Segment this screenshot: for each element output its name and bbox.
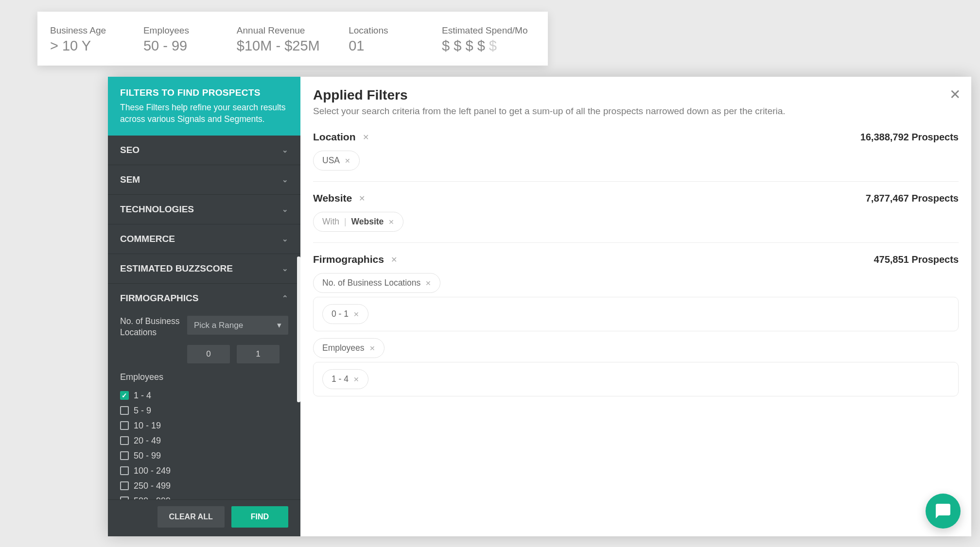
- filter-buzzscore[interactable]: ESTIMATED BUZZSCORE ⌄: [108, 254, 300, 284]
- pill-website[interactable]: With | Website ✕: [313, 212, 403, 232]
- pill-group-locations[interactable]: No. of Business Locations ✕: [313, 273, 440, 293]
- employee-option-label: 50 - 99: [134, 451, 161, 461]
- pill-text: USA: [322, 155, 340, 166]
- chevron-down-icon: ⌄: [282, 175, 288, 184]
- pill-employees-value[interactable]: 1 - 4 ✕: [322, 369, 368, 389]
- remove-pill-icon[interactable]: ✕: [353, 310, 359, 318]
- pill-group-employees[interactable]: Employees ✕: [313, 338, 385, 358]
- employee-option[interactable]: 5 - 9: [120, 403, 288, 418]
- employee-option[interactable]: 10 - 19: [120, 418, 288, 433]
- remove-pill-icon[interactable]: ✕: [353, 376, 359, 383]
- chevron-down-icon: ⌄: [282, 146, 288, 154]
- employee-option[interactable]: 250 - 499: [120, 479, 288, 494]
- filter-sem[interactable]: SEM ⌄: [108, 165, 300, 195]
- filter-list: SEO ⌄ SEM ⌄ TECHNOLOGIES ⌄ COMMERCE ⌄ ES…: [108, 136, 300, 536]
- filter-commerce[interactable]: COMMERCE ⌄: [108, 224, 300, 254]
- summary-value: 01: [349, 38, 442, 54]
- clear-all-button[interactable]: CLEAR ALL: [158, 506, 225, 528]
- sidebar-header-title: FILTERS TO FIND PROSPECTS: [120, 87, 288, 98]
- remove-pill-icon[interactable]: ✕: [388, 218, 394, 226]
- sidebar-header: FILTERS TO FIND PROSPECTS These Filters …: [108, 77, 300, 136]
- filter-label: FIRMOGRAPHICS: [120, 293, 199, 304]
- af-section-website: Website ✕ 7,877,467 Prospects With | Web…: [313, 192, 959, 232]
- locations-from-input[interactable]: [187, 345, 230, 363]
- filter-label: ESTIMATED BUZZSCORE: [120, 263, 233, 274]
- remove-pill-icon[interactable]: ✕: [369, 344, 375, 352]
- summary-label: Estimated Spend/Mo: [442, 25, 535, 36]
- summary-value: 50 - 99: [143, 38, 237, 54]
- employee-option[interactable]: 100 - 249: [120, 463, 288, 479]
- filter-label: SEO: [120, 145, 140, 155]
- filter-label: SEM: [120, 174, 140, 185]
- checkbox-icon[interactable]: [120, 391, 129, 400]
- remove-section-icon[interactable]: ✕: [363, 133, 369, 142]
- divider: [313, 242, 959, 243]
- find-button[interactable]: FIND: [231, 506, 288, 528]
- filter-seo[interactable]: SEO ⌄: [108, 136, 300, 165]
- pill-locations-value[interactable]: 0 - 1 ✕: [322, 304, 368, 324]
- locations-range-select[interactable]: Pick a Range ▾: [187, 316, 288, 335]
- employee-option[interactable]: 20 - 49: [120, 433, 288, 448]
- summary-spend: Estimated Spend/Mo $ $ $ $ $: [442, 25, 535, 54]
- pill-text: 1 - 4: [332, 374, 349, 384]
- subpills-employees: 1 - 4 ✕: [313, 362, 959, 396]
- af-count: 7,877,467 Prospects: [866, 193, 959, 204]
- employee-option-label: 100 - 249: [134, 466, 171, 476]
- main-panel: FILTERS TO FIND PROSPECTS These Filters …: [108, 77, 971, 536]
- employee-option-label: 20 - 49: [134, 436, 161, 446]
- close-icon[interactable]: ✕: [949, 86, 961, 103]
- remove-section-icon[interactable]: ✕: [391, 255, 397, 264]
- checkbox-icon[interactable]: [120, 436, 129, 445]
- checkbox-icon[interactable]: [120, 481, 129, 490]
- remove-pill-icon[interactable]: ✕: [425, 279, 431, 287]
- sidebar-header-desc: These Filters help refine your search re…: [120, 102, 288, 125]
- chevron-down-icon: ⌄: [282, 264, 288, 273]
- checkbox-icon[interactable]: [120, 421, 129, 430]
- filter-label: TECHNOLOGIES: [120, 204, 194, 215]
- af-name: Location: [313, 131, 356, 143]
- employee-option[interactable]: 50 - 99: [120, 448, 288, 463]
- chat-fab[interactable]: [926, 494, 961, 529]
- filter-technologies[interactable]: TECHNOLOGIES ⌄: [108, 195, 300, 224]
- applied-filters-content: ✕ Applied Filters Select your search cri…: [300, 77, 971, 536]
- af-count: 475,851 Prospects: [874, 254, 959, 265]
- filters-sidebar: FILTERS TO FIND PROSPECTS These Filters …: [108, 77, 300, 536]
- firmographics-body: No. of Business Locations Pick a Range ▾…: [108, 313, 300, 513]
- chevron-down-icon: ⌄: [282, 235, 288, 243]
- af-name: Website: [313, 192, 352, 204]
- spend-dimmed: $: [489, 38, 497, 53]
- checkbox-icon[interactable]: [120, 451, 129, 460]
- chat-icon: [934, 502, 952, 520]
- summary-value: $10M - $25M: [237, 38, 349, 54]
- remove-section-icon[interactable]: ✕: [359, 194, 365, 203]
- summary-label: Annual Revenue: [237, 25, 349, 36]
- employee-option-label: 250 - 499: [134, 481, 171, 491]
- pill-text: Employees: [322, 343, 365, 353]
- checkbox-icon[interactable]: [120, 406, 129, 415]
- pill-sep: |: [344, 217, 347, 227]
- employee-option-label: 5 - 9: [134, 406, 151, 416]
- locations-to-input[interactable]: [237, 345, 280, 363]
- summary-label: Business Age: [50, 25, 143, 36]
- filter-firmographics[interactable]: FIRMOGRAPHICS ⌃: [108, 284, 300, 313]
- scrollbar-thumb[interactable]: [297, 256, 300, 402]
- pill-text: No. of Business Locations: [322, 278, 420, 288]
- remove-pill-icon[interactable]: ✕: [345, 157, 350, 165]
- summary-label: Locations: [349, 25, 442, 36]
- sidebar-footer: CLEAR ALL FIND: [108, 499, 300, 536]
- subpills-locations: 0 - 1 ✕: [313, 297, 959, 331]
- pill-usa[interactable]: USA ✕: [313, 151, 360, 171]
- pill-text: Website: [351, 217, 384, 227]
- pill-with: With: [322, 217, 339, 227]
- employees-label: Employees: [120, 372, 288, 382]
- summary-value: > 10 Y: [50, 38, 143, 54]
- checkbox-icon[interactable]: [120, 466, 129, 475]
- employee-option[interactable]: 1 - 4: [120, 388, 288, 403]
- employee-option-label: 10 - 19: [134, 421, 161, 431]
- summary-locations: Locations 01: [349, 25, 442, 54]
- summary-employees: Employees 50 - 99: [143, 25, 237, 54]
- af-section-firmographics: Firmographics ✕ 475,851 Prospects No. of…: [313, 254, 959, 396]
- summary-business-age: Business Age > 10 Y: [50, 25, 143, 54]
- filter-label: COMMERCE: [120, 234, 175, 244]
- chevron-down-icon: ⌄: [282, 205, 288, 214]
